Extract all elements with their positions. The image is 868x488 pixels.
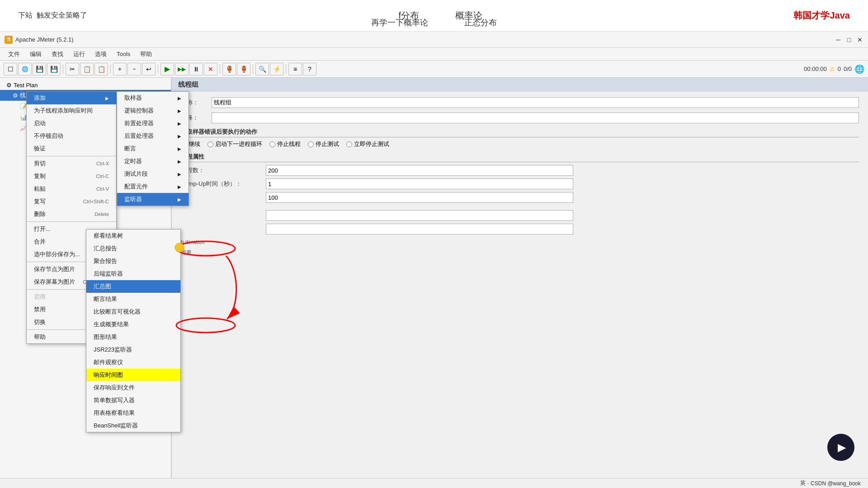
submenu-logic[interactable]: 逻辑控制器 ▶ bbox=[117, 104, 189, 117]
submenu-pre[interactable]: 前置处理器 ▶ bbox=[117, 117, 189, 130]
loop-row bbox=[181, 192, 859, 203]
menu-help[interactable]: 帮助 bbox=[136, 49, 156, 59]
loop-input[interactable] bbox=[266, 192, 573, 203]
ctx-delete-shortcut: Delete bbox=[94, 211, 109, 217]
toolbar-play2[interactable]: ▶▶ bbox=[175, 63, 189, 75]
radio-next-loop[interactable]: 启动下一进程循环 bbox=[208, 140, 262, 148]
ramp-up-input[interactable] bbox=[266, 178, 573, 189]
listener-compare-assertion[interactable]: 比较断言可视化器 bbox=[86, 305, 180, 318]
tree-panel: ⚙ Test Plan ⚙ 线程组 📝 HTTP请求 📊 汇总报告 📈 汇总图 bbox=[0, 78, 172, 478]
banner-right: 韩国才学Java bbox=[793, 9, 850, 22]
submenu-post[interactable]: 后置处理器 ▶ bbox=[117, 130, 189, 142]
sep5 bbox=[253, 65, 253, 74]
option-input2[interactable] bbox=[266, 224, 573, 235]
ctx-add[interactable]: 添加 ▶ bbox=[27, 92, 116, 104]
menu-edit[interactable]: 编辑 bbox=[25, 49, 46, 59]
menu-file[interactable]: 文件 bbox=[4, 49, 24, 59]
toolbar-search[interactable]: 🔍 bbox=[255, 63, 269, 75]
submenu-assertion-arrow: ▶ bbox=[178, 146, 181, 151]
thread-count-input[interactable] bbox=[266, 165, 573, 176]
submenu-sampler-arrow: ▶ bbox=[178, 96, 181, 101]
menu-options[interactable]: 选项 bbox=[90, 49, 111, 59]
comment-input[interactable] bbox=[212, 113, 859, 123]
ctx-copy[interactable]: 复制 Ctrl-C bbox=[27, 170, 116, 183]
listener-summary-graph[interactable]: 汇总图 bbox=[86, 280, 180, 293]
listener-response-time-graph[interactable]: 响应时间图 bbox=[86, 369, 180, 381]
listener-save-responses[interactable]: 保存响应到文件 bbox=[86, 381, 180, 394]
listener-backend[interactable]: 后端监听器 bbox=[86, 267, 180, 280]
toolbar-save1[interactable]: 💾 bbox=[33, 63, 46, 75]
toolbar-remove[interactable]: － bbox=[127, 63, 141, 75]
ctx-paste[interactable]: 粘贴 Ctrl-V bbox=[27, 183, 116, 195]
ctx-add-response-time[interactable]: 为子线程添加响应时间 bbox=[27, 104, 116, 117]
tree-root[interactable]: ⚙ Test Plan bbox=[0, 80, 171, 90]
listener-graph-results[interactable]: 图形结果 bbox=[86, 331, 180, 343]
submenu-sampler[interactable]: 取样器 ▶ bbox=[117, 92, 189, 104]
listener-assertion-results[interactable]: 断言结果 bbox=[86, 293, 180, 305]
toolbar-save2[interactable]: 💾 bbox=[47, 63, 61, 75]
toolbar-new[interactable]: ☐ bbox=[4, 63, 17, 75]
listener-beanshell[interactable]: BeanShell监听器 bbox=[86, 419, 180, 432]
listener-simple-data[interactable]: 简单数据写入器 bbox=[86, 394, 180, 407]
option-input1[interactable] bbox=[266, 210, 573, 221]
app-window: ⚗ Apache JMeter (5.2.1) ─ □ ✕ 文件 编辑 查找 运… bbox=[0, 32, 868, 488]
toolbar-clear2[interactable]: 🏺 bbox=[237, 63, 250, 75]
radio-stop-thread[interactable]: 停止线程 bbox=[269, 140, 301, 148]
listener-generate-summary-label: 生成概要结果 bbox=[94, 320, 129, 328]
ctx-start[interactable]: 启动 bbox=[27, 117, 116, 130]
listener-generate-summary[interactable]: 生成概要结果 bbox=[86, 318, 180, 331]
ctx-validate[interactable]: 验证 bbox=[27, 142, 116, 155]
listener-view-table[interactable]: 用表格察看结果 bbox=[86, 407, 180, 419]
toolbar-lightning[interactable]: ⚡ bbox=[270, 63, 283, 75]
comment-row: 注释： bbox=[181, 113, 859, 123]
submenu-listener[interactable]: 监听器 ▶ bbox=[117, 193, 189, 206]
toolbar-pause[interactable]: ⏸ bbox=[189, 63, 203, 75]
submenu-assertion[interactable]: 断言 ▶ bbox=[117, 142, 189, 155]
toolbar-clear[interactable]: 🏺 bbox=[222, 63, 236, 75]
listener-assertion-results-label: 断言结果 bbox=[94, 295, 117, 303]
toolbar-copy[interactable]: 📋 bbox=[80, 63, 94, 75]
maximize-button[interactable]: □ bbox=[845, 36, 853, 43]
toolbar-undo[interactable]: ↩ bbox=[142, 63, 156, 75]
listener-jsr223[interactable]: JSR223监听器 bbox=[86, 343, 180, 356]
ctx-merge-label: 合并 bbox=[34, 238, 46, 246]
name-input[interactable] bbox=[212, 97, 859, 108]
ctx-duplicate[interactable]: 复写 Ctrl+Shift-C bbox=[27, 195, 116, 208]
close-button[interactable]: ✕ bbox=[856, 36, 863, 43]
submenu-listener-arrow: ▶ bbox=[178, 197, 181, 202]
listener-summary-report[interactable]: 汇总报告 bbox=[86, 242, 180, 255]
menu-tools[interactable]: Tools bbox=[112, 50, 135, 58]
radio-stop-now[interactable]: 立即停止测试 bbox=[346, 140, 389, 148]
ctx-delete[interactable]: 删除 Delete bbox=[27, 208, 116, 221]
listener-mail-viewer[interactable]: 邮件观察仪 bbox=[86, 356, 180, 369]
listener-save-responses-label: 保存响应到文件 bbox=[94, 384, 135, 392]
ctx-cut[interactable]: 剪切 Ctrl-X bbox=[27, 157, 116, 170]
app-icon: ⚗ bbox=[5, 36, 13, 44]
toolbar-open[interactable]: 🌐 bbox=[18, 63, 32, 75]
minimize-button[interactable]: ─ bbox=[835, 36, 842, 43]
toolbar-list[interactable]: ≡ bbox=[288, 63, 302, 75]
option-row2 bbox=[181, 224, 859, 235]
toolbar-help[interactable]: ? bbox=[303, 63, 316, 75]
submenu-config[interactable]: 配置元件 ▶ bbox=[117, 180, 189, 193]
menu-run[interactable]: 运行 bbox=[69, 49, 90, 59]
ctx-start-no-pause[interactable]: 不停顿启动 bbox=[27, 130, 116, 142]
listener-aggregate-report[interactable]: 聚合报告 bbox=[86, 255, 180, 267]
toolbar-add[interactable]: ＋ bbox=[113, 63, 127, 75]
toolbar-play[interactable]: ▶ bbox=[160, 63, 174, 75]
banner-subtitle: 再学一下概率论 正态分布 bbox=[371, 17, 497, 28]
listener-results-tree[interactable]: 察看结果树 bbox=[86, 230, 180, 242]
title-bar: ⚗ Apache JMeter (5.2.1) ─ □ ✕ bbox=[0, 32, 868, 48]
toolbar-stop[interactable]: ✕ bbox=[204, 63, 217, 75]
submenu-test-fragment[interactable]: 测试片段 ▶ bbox=[117, 168, 189, 180]
listener-simple-data-label: 简单数据写入器 bbox=[94, 396, 135, 404]
toolbar-paste[interactable]: 📋 bbox=[94, 63, 108, 75]
radio-stop-test[interactable]: 停止测试 bbox=[308, 140, 339, 148]
toolbar-cut[interactable]: ✂ bbox=[66, 63, 79, 75]
menu-find[interactable]: 查找 bbox=[47, 49, 68, 59]
panel-title: 线程组 bbox=[172, 78, 868, 92]
floating-play-button[interactable]: ▶ bbox=[827, 434, 854, 461]
remote-icon: 🌐 bbox=[854, 64, 864, 74]
submenu-timer[interactable]: 定时器 ▶ bbox=[117, 155, 189, 168]
submenu-listener-label: 监听器 bbox=[124, 195, 142, 203]
